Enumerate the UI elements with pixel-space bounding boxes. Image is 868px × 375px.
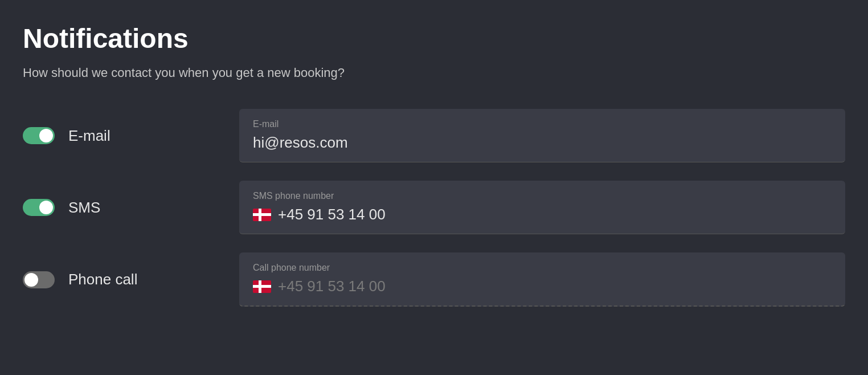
phone-label: Phone call bbox=[68, 271, 137, 288]
sms-field-label: SMS phone number bbox=[253, 191, 832, 201]
denmark-flag-phone bbox=[253, 280, 271, 293]
phone-toggle[interactable] bbox=[23, 271, 55, 288]
sms-toggle-group: SMS bbox=[23, 199, 239, 217]
sms-label: SMS bbox=[68, 199, 100, 217]
email-notification-row: E-mail E-mail hi@resos.com bbox=[23, 109, 845, 162]
sms-notification-row: SMS SMS phone number +45 91 53 14 00 bbox=[23, 181, 845, 234]
phone-field[interactable]: Call phone number +45 91 53 14 00 bbox=[239, 252, 845, 307]
page-title: Notifications bbox=[23, 23, 845, 54]
email-field-label: E-mail bbox=[253, 119, 832, 129]
phone-toggle-knob bbox=[24, 273, 38, 287]
denmark-flag-sms bbox=[253, 209, 271, 221]
page-subtitle: How should we contact you when you get a… bbox=[23, 66, 845, 80]
email-toggle-group: E-mail bbox=[23, 127, 239, 145]
sms-toggle-knob bbox=[39, 201, 53, 214]
phone-field-value: +45 91 53 14 00 bbox=[253, 278, 832, 295]
email-field-value: hi@resos.com bbox=[253, 134, 832, 152]
email-field[interactable]: E-mail hi@resos.com bbox=[239, 109, 845, 162]
email-toggle[interactable] bbox=[23, 127, 55, 144]
sms-toggle[interactable] bbox=[23, 199, 55, 216]
sms-field[interactable]: SMS phone number +45 91 53 14 00 bbox=[239, 181, 845, 234]
sms-field-value: +45 91 53 14 00 bbox=[253, 206, 832, 223]
phone-toggle-group: Phone call bbox=[23, 271, 239, 288]
email-label: E-mail bbox=[68, 127, 110, 145]
phone-notification-row: Phone call Call phone number +45 91 53 1… bbox=[23, 252, 845, 307]
phone-field-label: Call phone number bbox=[253, 263, 832, 273]
email-toggle-knob bbox=[39, 129, 53, 142]
